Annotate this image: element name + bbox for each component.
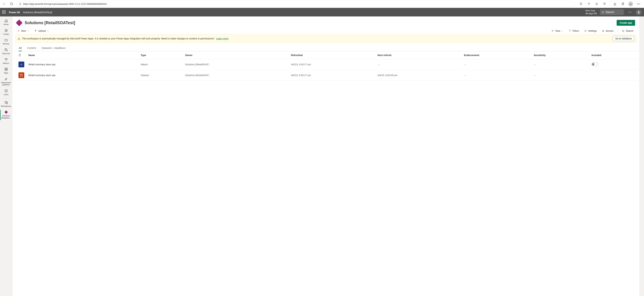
browser-toolbar: https://app.powerbi.bom/groups/aaaaaaaa-… xyxy=(0,0,644,8)
col-next-refresh[interactable]: Next refresh xyxy=(376,51,462,59)
upload-button[interactable]: Upload xyxy=(33,29,51,33)
dataset-icon xyxy=(18,72,24,78)
extensions-icon[interactable] xyxy=(602,1,607,7)
settings-button[interactable]: Settings xyxy=(582,29,598,33)
chevron-down-icon xyxy=(27,30,29,32)
lock-icon xyxy=(19,3,22,5)
nav-browse[interactable]: Browse xyxy=(0,37,12,47)
filters-button[interactable]: Filters xyxy=(567,29,581,33)
view-button[interactable]: View xyxy=(550,29,565,33)
home-icon xyxy=(4,19,8,23)
cell-sensitivity: — xyxy=(532,59,590,70)
header-more-button[interactable] xyxy=(627,9,633,15)
access-button[interactable]: Access xyxy=(600,29,615,33)
nav-home[interactable]: Home xyxy=(0,18,12,27)
cell-sensitivity: — xyxy=(532,70,590,81)
tab-all[interactable]: All xyxy=(18,45,22,51)
chevron-down-icon xyxy=(47,30,49,32)
nav-pipelines[interactable]: Deployment pipelines xyxy=(0,76,12,88)
shopping-icon[interactable] xyxy=(578,1,584,7)
svg-point-7 xyxy=(628,12,629,12)
svg-rect-0 xyxy=(20,4,21,5)
cell-included xyxy=(590,59,640,70)
person-icon xyxy=(602,30,604,32)
col-refreshed[interactable]: Refreshed xyxy=(289,51,376,59)
cell-next: 4/4/23, 8:00:00 pm xyxy=(376,70,462,81)
breadcrumb[interactable]: Solutions [RetailSOATest] xyxy=(23,11,52,14)
col-sensitivity[interactable]: Sensitivity xyxy=(532,51,590,59)
read-aloud-icon[interactable] xyxy=(586,1,592,7)
svg-point-13 xyxy=(6,50,7,51)
cell-endorsement: — xyxy=(462,70,532,81)
cell-type: Report xyxy=(138,59,183,70)
tab-datasets[interactable]: Datasets + dataflows xyxy=(41,45,66,51)
cell-type: Dataset xyxy=(138,70,183,81)
nav-data-hub[interactable]: Data hub xyxy=(0,47,12,56)
svg-point-18 xyxy=(6,78,7,79)
tab-content[interactable]: Content xyxy=(27,45,36,51)
global-search-input[interactable]: Search xyxy=(600,9,624,15)
refresh-button[interactable] xyxy=(9,1,14,7)
content-table: Name Type Owner Refreshed Next refresh E… xyxy=(12,51,640,81)
cell-refreshed: 4/4/23, 6:00:27 pm xyxy=(289,59,376,70)
upload-icon xyxy=(34,30,37,32)
warning-icon xyxy=(18,37,20,40)
included-toggle[interactable] xyxy=(592,63,598,66)
workspaces-icon xyxy=(4,101,8,104)
book-icon xyxy=(4,89,8,93)
nav-metrics[interactable]: Metrics xyxy=(0,57,12,66)
profile-icon[interactable] xyxy=(628,1,634,7)
new-button[interactable]: New xyxy=(16,29,31,33)
more-icon[interactable] xyxy=(636,1,641,7)
nav-apps[interactable]: Apps xyxy=(0,66,12,76)
plus-icon xyxy=(18,30,20,32)
edge-sidebar xyxy=(640,17,644,296)
table-row[interactable]: Retail summary store opsReportSolutions … xyxy=(12,59,640,70)
nav-create[interactable]: Create xyxy=(0,28,12,37)
svg-point-9 xyxy=(630,12,631,12)
back-button[interactable] xyxy=(1,1,7,7)
svg-point-3 xyxy=(637,4,638,4)
svg-point-21 xyxy=(603,30,604,31)
cell-owner: Solutions [RetailSOAT... xyxy=(183,70,289,81)
cell-owner: Solutions [RetailSOAT... xyxy=(183,59,289,70)
svg-point-6 xyxy=(602,11,604,13)
nav-learn[interactable]: Learn xyxy=(0,88,12,97)
app-launcher-icon[interactable] xyxy=(2,11,6,14)
apps-icon xyxy=(4,68,8,71)
cell-name: Retail summary store ops xyxy=(26,59,138,70)
svg-rect-15 xyxy=(6,68,7,69)
col-icon[interactable] xyxy=(12,51,26,59)
list-search-button[interactable]: Search xyxy=(620,29,635,33)
svg-rect-17 xyxy=(6,70,7,71)
col-included[interactable]: Included xyxy=(590,51,640,59)
command-bar: New Upload View Filters Settings xyxy=(12,28,640,35)
user-avatar[interactable] xyxy=(636,9,642,15)
nav-active-workspace[interactable]: Solutions [RetailSO... xyxy=(0,109,12,121)
col-owner[interactable]: Owner xyxy=(183,51,289,59)
create-app-button[interactable]: Create app xyxy=(617,20,635,26)
col-endorsement[interactable]: Endorsement xyxy=(462,51,532,59)
cell-next: — xyxy=(376,59,462,70)
learn-more-link[interactable]: Learn more xyxy=(216,37,228,40)
svg-point-12 xyxy=(5,49,7,49)
address-bar[interactable]: https://app.powerbi.bom/groups/aaaaaaaa-… xyxy=(16,1,575,7)
list-icon xyxy=(552,30,554,32)
favorite-icon[interactable] xyxy=(594,1,599,7)
gear-icon xyxy=(584,30,587,32)
brand-label: Power BI xyxy=(9,11,20,14)
collections-icon[interactable] xyxy=(620,1,626,7)
col-type[interactable]: Type xyxy=(138,51,183,59)
tab-bar: All Content Datasets + dataflows xyxy=(12,43,640,51)
go-to-solutions-button[interactable]: Go to Solutions xyxy=(613,36,634,41)
svg-point-10 xyxy=(638,11,639,12)
database-icon xyxy=(4,48,8,52)
page-title: Solutions [RetailSOATest] xyxy=(25,20,75,25)
svg-point-2 xyxy=(630,3,631,4)
info-banner: This workspace is automatically managed … xyxy=(16,35,636,43)
table-row[interactable]: Retail summary store opsDatasetSolutions… xyxy=(12,70,640,81)
nav-workspaces[interactable]: Workspaces xyxy=(0,100,12,109)
left-nav: Home Create Browse Data hub Metrics Apps… xyxy=(0,17,12,296)
col-name[interactable]: Name xyxy=(26,51,138,59)
favorites-bar-icon[interactable] xyxy=(612,1,618,7)
